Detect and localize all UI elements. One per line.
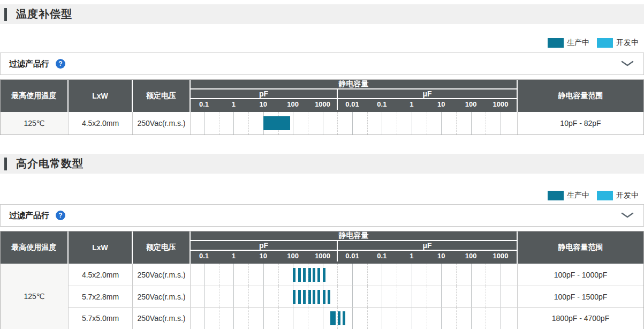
voltage-cell: 250Vac(r.m.s.): [133, 286, 191, 307]
filter-panel-1[interactable]: 过滤产品行 ?: [0, 53, 644, 75]
half-decade-gridline: [248, 308, 249, 329]
table-row: 4.5x2.0mm 250Vac(r.m.s.) 10pF - 82pF: [69, 112, 643, 134]
capacitance-stripe: [333, 311, 336, 325]
column-header-capacitance: 静电容量 pF μF 0.111010010000.010.1110100100…: [191, 80, 518, 112]
half-decade-gridline: [486, 286, 486, 307]
half-decade-gridline: [278, 264, 279, 286]
decade-gridline: [412, 112, 412, 134]
column-header-capacitance: 静电容量 pF μF 0.111010010000.010.1110100100…: [191, 231, 518, 264]
size-cell: 4.5x2.0mm: [69, 264, 133, 286]
chevron-down-icon[interactable]: [621, 212, 634, 219]
half-decade-gridline: [278, 286, 279, 307]
section-title-1: 温度补偿型: [16, 7, 72, 21]
decade-gridline: [293, 112, 293, 134]
help-icon[interactable]: ?: [56, 211, 65, 220]
size-cell: 5.7x2.8mm: [69, 286, 133, 307]
tick-label: 1000: [493, 251, 509, 261]
capacitance-stripe: [323, 290, 325, 304]
column-header-size: LxW: [69, 231, 133, 264]
half-decade-gridline: [456, 112, 457, 134]
capacitance-stripe: [313, 290, 315, 304]
decade-gridline: [501, 286, 501, 307]
half-decade-gridline: [219, 112, 219, 134]
column-header-range: 静电容量范围: [518, 231, 643, 264]
decade-gridline: [471, 308, 472, 329]
range-cell: 10pF - 82pF: [518, 112, 643, 134]
decade-gridline: [382, 112, 382, 134]
help-icon[interactable]: ?: [56, 59, 65, 69]
column-header-voltage: 额定电压: [133, 231, 191, 264]
capacitance-stripe: [308, 290, 311, 304]
decade-gridline: [352, 286, 353, 307]
capacitance-stripe: [303, 290, 306, 304]
uf-unit-header: μF: [338, 241, 517, 250]
half-decade-gridline: [278, 308, 279, 329]
column-header-temperature: 最高使用温度: [1, 80, 69, 112]
section-band-2: 高介电常数型: [0, 154, 644, 174]
uf-unit-header: μF: [338, 89, 517, 98]
capacitance-stripe: [293, 268, 296, 282]
temperature-cell: 125℃: [1, 112, 69, 134]
half-decade-gridline: [427, 286, 427, 307]
tick-label: 1: [410, 251, 413, 261]
range-cell: 1800pF - 4700pF: [518, 308, 643, 329]
half-decade-gridline: [397, 112, 397, 134]
pf-uf-divider: [337, 251, 338, 261]
filter-panel-2[interactable]: 过滤产品行 ?: [0, 204, 644, 227]
tick-label: 0.1: [377, 251, 387, 261]
size-cell: 5.7x5.0mm: [69, 308, 133, 329]
decade-gridline: [471, 112, 472, 134]
half-decade-gridline: [397, 308, 397, 329]
decade-gridline: [441, 112, 442, 134]
chevron-down-icon[interactable]: [621, 61, 634, 67]
half-decade-gridline: [456, 264, 457, 286]
page: 温度补偿型 生产中 开发中 过滤产品行 ? 最高使用温度 LxW 额定电压 静电…: [0, 4, 644, 329]
tick-row: 0.111010010000.010.11101001000: [191, 99, 517, 110]
decade-gridline: [352, 112, 353, 134]
column-header-range: 静电容量范围: [518, 80, 643, 112]
size-cell: 4.5x2.0mm: [69, 112, 133, 134]
decade-gridline: [323, 112, 323, 134]
half-decade-gridline: [456, 308, 457, 329]
table-row: 5.7x5.0mm 250Vac(r.m.s.) 1800pF - 4700pF: [69, 307, 643, 329]
column-header-size: LxW: [69, 80, 133, 112]
legend-2: 生产中 开发中: [0, 190, 644, 200]
section-title-2: 高介电常数型: [16, 156, 84, 171]
decade-gridline: [501, 112, 501, 134]
table-body: 125℃ 4.5x2.0mm 250Vac(r.m.s.) 10pF - 82p…: [1, 112, 643, 134]
decade-gridline: [204, 308, 204, 329]
capacitance-stripe: [313, 268, 315, 282]
half-decade-gridline: [456, 286, 457, 307]
decade-gridline: [352, 264, 353, 286]
half-decade-gridline: [367, 112, 368, 134]
half-decade-gridline: [486, 308, 486, 329]
capacitance-stripe: [303, 268, 306, 282]
half-decade-gridline: [427, 308, 427, 329]
legend-swatch-development: [597, 191, 613, 200]
legend-swatch-production: [548, 38, 564, 48]
tick-label: 1: [232, 99, 236, 110]
decade-gridline: [263, 308, 264, 329]
half-decade-gridline: [427, 264, 427, 286]
half-decade-gridline: [248, 264, 249, 286]
tick-label: 1: [232, 251, 236, 261]
legend-label-development: 开发中: [616, 191, 639, 200]
temperature-cell: 125℃: [1, 264, 69, 329]
tick-label: 1000: [493, 99, 509, 110]
half-decade-gridline: [308, 308, 308, 329]
tick-label: 0.1: [377, 99, 387, 110]
column-header-temperature: 最高使用温度: [1, 231, 69, 264]
tick-label: 10: [437, 251, 445, 261]
capacitance-stripe: [338, 311, 340, 325]
legend-swatch-development: [597, 38, 613, 48]
tick-label: 1: [410, 99, 413, 110]
decade-gridline: [412, 286, 412, 307]
decade-gridline: [263, 286, 264, 307]
filter-panel-title: 过滤产品行: [9, 211, 49, 221]
table-row: 4.5x2.0mm 250Vac(r.m.s.) 100pF - 1000pF: [69, 264, 643, 286]
decade-gridline: [204, 286, 204, 307]
range-cell: 100pF - 1500pF: [518, 286, 643, 307]
capacitance-stripe: [317, 268, 320, 282]
half-decade-gridline: [248, 286, 249, 307]
half-decade-gridline: [367, 264, 368, 286]
